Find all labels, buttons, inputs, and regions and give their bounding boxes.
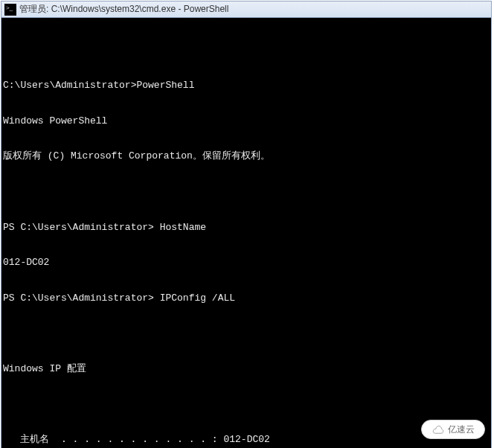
terminal-body[interactable]: C:\Users\Administrator>PowerShell Window…	[1, 18, 491, 448]
output-line: 012-DC02	[3, 257, 487, 269]
output-line: C:\Users\Administrator>PowerShell	[3, 80, 487, 92]
output-line: Windows PowerShell	[3, 115, 487, 127]
watermark-text: 亿速云	[448, 423, 475, 436]
output-line: PS C:\Users\Administrator> HostName	[3, 222, 487, 234]
cmd-icon	[4, 4, 16, 16]
cmd-window: 管理员: C:\Windows\system32\cmd.exe - Power…	[1, 1, 492, 448]
window-title: 管理员: C:\Windows\system32\cmd.exe - Power…	[19, 3, 228, 16]
watermark-badge: 亿速云	[421, 420, 485, 439]
output-line: 版权所有 (C) Microsoft Corporation。保留所有权利。	[3, 150, 487, 162]
cloud-icon	[432, 425, 445, 434]
output-line: PS C:\Users\Administrator> IPConfig /ALL	[3, 292, 487, 304]
output-line: 主机名 . . . . . . . . . . . . . : 012-DC02	[3, 434, 487, 446]
titlebar[interactable]: 管理员: C:\Windows\system32\cmd.exe - Power…	[1, 1, 491, 18]
output-line: Windows IP 配置	[3, 363, 487, 375]
